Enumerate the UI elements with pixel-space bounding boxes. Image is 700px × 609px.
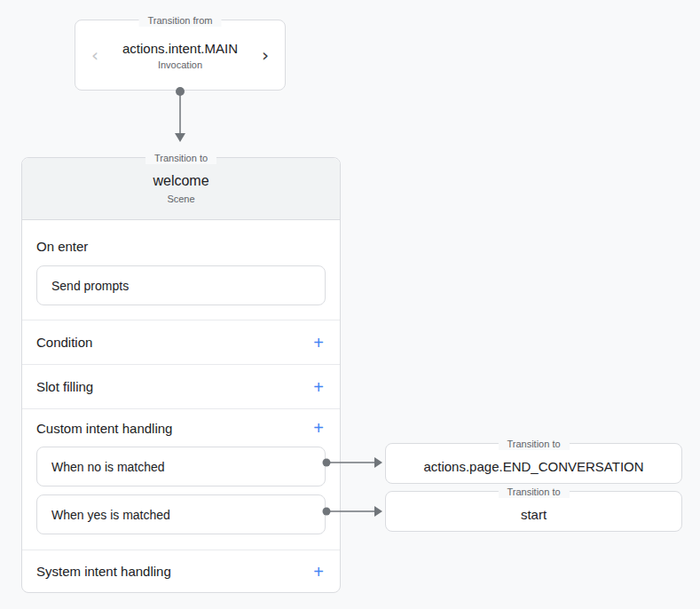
transition-to-label: Transition to	[498, 438, 569, 450]
add-custom-intent-icon[interactable]: +	[311, 419, 326, 437]
add-condition-icon[interactable]: +	[311, 334, 326, 352]
system-intent-label: System intent handling	[36, 564, 171, 579]
arrowhead-down-icon	[175, 133, 185, 142]
intent-name: actions.intent.MAIN	[106, 41, 255, 56]
transition-from-label: Transition from	[139, 14, 222, 27]
transition-from-content: actions.intent.MAIN Invocation	[106, 41, 255, 70]
on-enter-title: On enter	[36, 239, 326, 254]
condition-label: Condition	[36, 335, 92, 350]
scene-card-welcome: Transition to welcome Scene On enter Sen…	[21, 157, 341, 593]
custom-intent-section: Custom intent handling + When no is matc…	[22, 409, 340, 550]
prev-chevron-icon[interactable]: ‹	[84, 44, 106, 66]
transition-from-card: Transition from ‹ actions.intent.MAIN In…	[75, 20, 286, 91]
scene-type-label: Scene	[167, 194, 194, 204]
arrowhead-right-icon	[374, 457, 382, 468]
slot-filling-label: Slot filling	[36, 379, 93, 394]
on-enter-section: On enter Send prompts	[22, 220, 340, 320]
intent-type-label: Invocation	[106, 59, 255, 70]
send-prompts-chip[interactable]: Send prompts	[36, 265, 326, 305]
arrowhead-right-icon	[374, 506, 382, 517]
condition-row: Condition +	[22, 320, 340, 365]
target-page-name: actions.page.END_CONVERSATION	[423, 459, 643, 474]
transition-target-end-conversation[interactable]: Transition to actions.page.END_CONVERSAT…	[385, 443, 682, 484]
system-intent-row: System intent handling +	[22, 550, 340, 592]
scene-flow-canvas: Transition from ‹ actions.intent.MAIN In…	[0, 0, 700, 609]
add-system-intent-icon[interactable]: +	[311, 563, 326, 581]
transition-to-label: Transition to	[146, 152, 216, 164]
custom-intent-header: Custom intent handling +	[36, 409, 326, 447]
add-slot-filling-icon[interactable]: +	[311, 378, 326, 396]
transition-target-start[interactable]: Transition to start	[385, 491, 682, 532]
next-chevron-icon[interactable]: ›	[255, 44, 276, 66]
scene-title: welcome	[153, 173, 208, 189]
slot-filling-row: Slot filling +	[22, 365, 340, 409]
scene-header: welcome Scene	[22, 158, 340, 220]
transition-to-label: Transition to	[498, 486, 569, 498]
intent-handler-yes[interactable]: When yes is matched	[36, 494, 326, 534]
target-scene-name: start	[521, 507, 547, 522]
custom-intent-label: Custom intent handling	[36, 421, 172, 436]
intent-handler-no[interactable]: When no is matched	[36, 447, 326, 486]
